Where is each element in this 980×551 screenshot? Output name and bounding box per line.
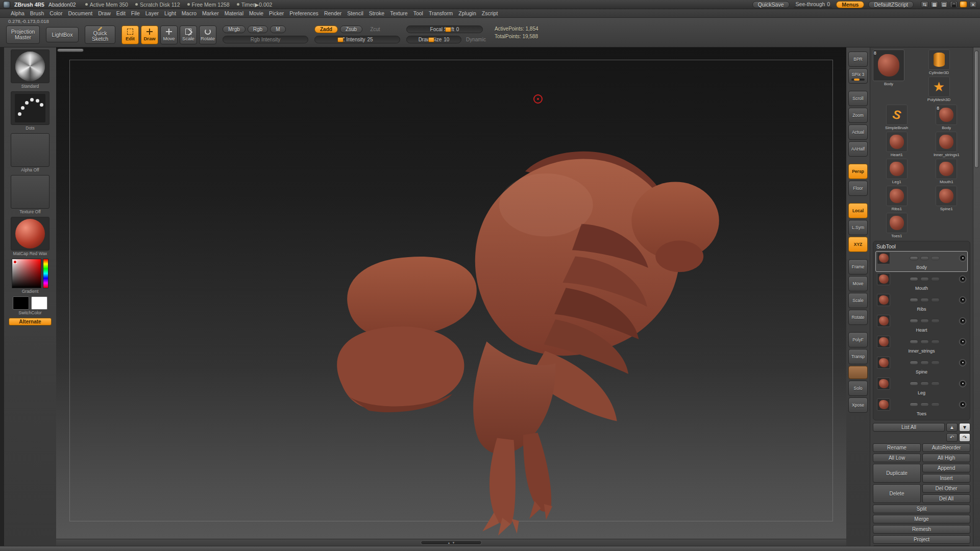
duplicate-button[interactable]: Duplicate (873, 464, 921, 483)
menu-item-document[interactable]: Document (65, 10, 95, 17)
subtool-toggle-pill[interactable] (920, 340, 929, 344)
creature-model[interactable] (56, 47, 846, 539)
subtool-toggle-pill[interactable] (910, 256, 918, 260)
subtool-row-heart[interactable]: Heart (875, 314, 968, 335)
alpha-selector[interactable]: Alpha Off (10, 133, 50, 172)
xyz-button[interactable]: XYZ (848, 237, 868, 252)
tool-thumb-simplebrush[interactable]: SimpleBrush (881, 105, 913, 130)
visibility-eye-icon[interactable] (959, 296, 966, 304)
tool-thumb-inner-strings1[interactable]: Inner_strings1 (930, 132, 962, 157)
remesh-button[interactable]: Remesh (873, 525, 970, 534)
tool-thumb-mouth1[interactable]: Mouth1 (930, 159, 962, 184)
project-button[interactable]: Project (873, 535, 970, 544)
ghost-button[interactable] (848, 366, 868, 379)
subtool-shift-down-button[interactable]: ↷ (959, 433, 970, 442)
tool-thumb-toes1[interactable]: Toes1 (881, 213, 913, 238)
move-button[interactable]: Move (848, 276, 868, 291)
scroll-button[interactable]: Scroll (848, 91, 868, 106)
dynamic-toggle-button[interactable]: Dynamic (463, 36, 488, 43)
saturation-value-square[interactable] (12, 259, 41, 288)
menu-item-marker[interactable]: Marker (200, 10, 222, 17)
texture-selector[interactable]: Texture Off (10, 175, 50, 214)
subtool-toggle-pill[interactable] (920, 382, 929, 386)
default-zscript-button[interactable]: DefaultZScript (868, 1, 914, 8)
subtool-toggle-pill[interactable] (910, 382, 918, 386)
floor-button[interactable]: Floor (848, 181, 868, 196)
all-low-button[interactable]: All Low (873, 454, 921, 462)
subtool-toggle-pill[interactable] (910, 403, 918, 407)
solo-button[interactable]: Solo (848, 381, 868, 396)
visibility-eye-icon[interactable] (959, 338, 966, 345)
bpr-button[interactable]: BPR (848, 52, 868, 67)
subtool-toggle-pill[interactable] (910, 277, 918, 281)
quicksave-button[interactable]: QuickSave (752, 1, 790, 8)
focal-shift-slider[interactable]: Focal Shift 0 (406, 26, 483, 33)
subtool-toggle-pill[interactable] (920, 319, 929, 323)
subtool-row-body[interactable]: Body (875, 251, 968, 272)
menu-item-movie[interactable]: Movie (247, 10, 266, 17)
see-through-slider[interactable]: See-through 0 (794, 1, 832, 8)
main-color-swatch[interactable] (13, 296, 29, 310)
subtool-toggle-pill[interactable] (931, 382, 940, 386)
rotate-button[interactable]: Rotate (848, 310, 868, 325)
scale-mode-button[interactable]: Scale (180, 26, 197, 44)
close-icon[interactable]: × (969, 1, 977, 8)
menu-item-stencil[interactable]: Stencil (345, 10, 366, 17)
document-canvas[interactable] (56, 47, 846, 539)
delete-button[interactable]: Delete (873, 484, 921, 503)
visibility-eye-icon[interactable] (959, 401, 966, 408)
tool-thumb-ribs1[interactable]: Ribs1 (881, 186, 913, 211)
subtool-toggle-pill[interactable] (931, 298, 940, 302)
menu-item-texture[interactable]: Texture (387, 10, 410, 17)
insert-button[interactable]: Insert (922, 474, 970, 483)
local-button[interactable]: Local (848, 203, 868, 218)
menu-item-preferences[interactable]: Preferences (287, 10, 321, 17)
subtool-header[interactable]: SubTool (875, 243, 968, 251)
menu-item-brush[interactable]: Brush (28, 10, 46, 17)
autoreorder-button[interactable]: AutoReorder (922, 443, 970, 452)
rgb-intensity-slider[interactable]: Rgb Intensity (223, 36, 308, 43)
lightbox-button[interactable]: LightBox (46, 27, 79, 42)
subtool-toggle-pill[interactable] (910, 340, 918, 344)
tool-thumb-spine1[interactable]: Spine1 (930, 186, 962, 211)
slider-knob[interactable] (337, 37, 344, 42)
zoom-button[interactable]: Zoom (848, 108, 868, 123)
draw-size-slider[interactable]: Draw Size 10 (406, 36, 461, 43)
subtool-row-ribs[interactable]: Ribs (875, 293, 968, 314)
menu-item-transform[interactable]: Transform (426, 10, 455, 17)
menu-item-draw[interactable]: Draw (95, 10, 113, 17)
tool-thumb-cylinder3d[interactable]: Cylinder3D (923, 49, 955, 75)
subtool-toggle-pill[interactable] (920, 298, 929, 302)
menus-toggle-button[interactable]: Menus (836, 1, 864, 8)
subtool-toggle-pill[interactable] (920, 277, 929, 281)
polyf-button[interactable]: PolyF (848, 332, 868, 347)
right-tray-scrollbar[interactable] (974, 51, 979, 168)
menu-item-macro[interactable]: Macro (179, 10, 199, 17)
color-cursor[interactable] (13, 260, 17, 264)
material-sphere-icon[interactable] (960, 1, 967, 8)
slider-knob[interactable] (445, 27, 451, 32)
menu-item-zscript[interactable]: Zscript (479, 10, 501, 17)
persp-button[interactable]: Persp (848, 164, 868, 179)
tool-thumb-body[interactable]: 8 Body (930, 105, 962, 130)
lock-icon[interactable] (950, 1, 958, 8)
transp-button[interactable]: Transp (848, 349, 868, 364)
menu-item-color[interactable]: Color (47, 10, 65, 17)
visibility-eye-icon[interactable] (959, 276, 966, 283)
del-other-button[interactable]: Del Other (922, 484, 970, 493)
menu-item-alpha[interactable]: Alpha (8, 10, 27, 17)
menu-item-edit[interactable]: Edit (114, 10, 128, 17)
menu-item-picker[interactable]: Picker (266, 10, 286, 17)
subtool-toggle-pill[interactable] (920, 256, 929, 260)
split-button[interactable]: Split (873, 505, 970, 513)
rgb-button[interactable]: Rgb (248, 26, 268, 33)
append-button[interactable]: Append (922, 464, 970, 472)
all-high-button[interactable]: All High (922, 454, 970, 462)
spix-slider[interactable]: SPix 3 (848, 68, 868, 84)
subtool-toggle-pill[interactable] (931, 319, 940, 323)
stroke-selector[interactable]: Dots (10, 91, 50, 131)
menu-item-light[interactable]: Light (162, 10, 179, 17)
subtool-toggle-pill[interactable] (931, 361, 940, 365)
edit-mode-button[interactable]: Edit (121, 26, 139, 44)
subtool-row-mouth[interactable]: Mouth (875, 272, 968, 293)
